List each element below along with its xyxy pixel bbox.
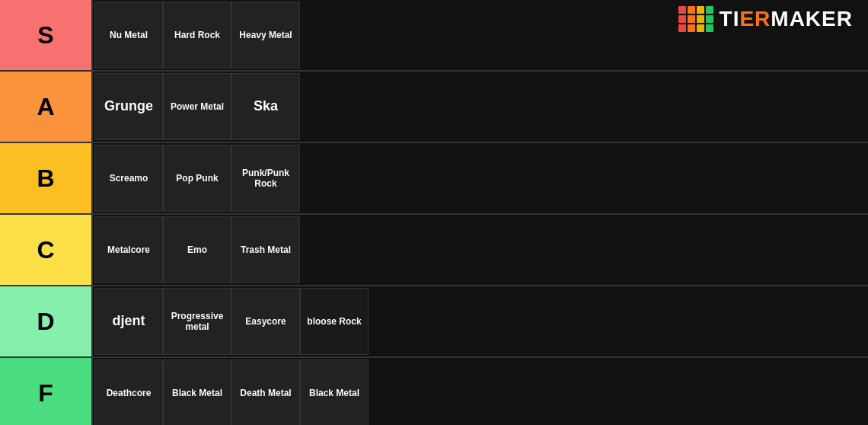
logo-cell bbox=[678, 24, 686, 32]
tiermaker-container: TiERMAKER S Nu Metal Hard Rock Heavy Met… bbox=[0, 0, 868, 425]
tier-items-s: Nu Metal Hard Rock Heavy Metal bbox=[91, 0, 482, 70]
logo-cell bbox=[706, 6, 713, 14]
tier-row-a: A Grunge Power Metal Ska bbox=[0, 72, 868, 143]
tier-items-d: djent Progressive metal Easycore bloose … bbox=[91, 286, 482, 356]
tier-items-c: Metalcore Emo Trash Metal bbox=[91, 215, 482, 285]
right-empty bbox=[482, 215, 868, 285]
logo-text: TiERMAKER bbox=[720, 7, 853, 31]
logo-cell bbox=[688, 15, 695, 23]
tier-item[interactable]: Progressive metal bbox=[163, 288, 231, 355]
right-empty bbox=[482, 143, 868, 213]
logo-cell bbox=[688, 6, 695, 14]
tier-item[interactable]: Black Metal bbox=[163, 359, 231, 425]
logo: TiERMAKER bbox=[678, 6, 853, 32]
tier-item[interactable]: Emo bbox=[163, 216, 231, 283]
tier-items-b: Screamo Pop Punk Punk/Punk Rock bbox=[91, 143, 482, 213]
logo-grid bbox=[678, 6, 713, 32]
tier-item[interactable]: djent bbox=[94, 288, 163, 355]
tier-item[interactable]: Death Metal bbox=[231, 359, 300, 425]
tier-label-s: S bbox=[0, 0, 91, 70]
tier-item[interactable]: Pop Punk bbox=[163, 145, 231, 212]
tier-item[interactable]: Deathcore bbox=[94, 359, 163, 425]
tier-item[interactable]: Black Metal bbox=[300, 359, 369, 425]
logo-cell bbox=[678, 6, 686, 14]
logo-cell bbox=[697, 6, 704, 14]
tier-item[interactable]: Metalcore bbox=[94, 216, 163, 283]
tier-label-a: A bbox=[0, 72, 91, 142]
tier-item[interactable]: Screamo bbox=[94, 145, 163, 212]
tier-row-c: C Metalcore Emo Trash Metal bbox=[0, 215, 868, 286]
right-empty bbox=[482, 358, 868, 425]
tier-item[interactable]: Punk/Punk Rock bbox=[231, 145, 300, 212]
logo-er-text: ER bbox=[739, 7, 771, 30]
tier-items-a: Grunge Power Metal Ska bbox=[91, 72, 482, 142]
tiers-wrapper: S Nu Metal Hard Rock Heavy Metal A Grung… bbox=[0, 0, 868, 425]
logo-maker-text: MAKER bbox=[771, 7, 853, 30]
logo-cell bbox=[678, 15, 686, 23]
tier-item[interactable]: bloose Rock bbox=[300, 288, 369, 355]
logo-cell bbox=[706, 24, 713, 32]
tier-item[interactable]: Ska bbox=[231, 73, 300, 140]
logo-cell bbox=[688, 24, 695, 32]
tier-item[interactable]: Easycore bbox=[231, 288, 300, 355]
tier-item-trash-metal[interactable]: Trash Metal bbox=[231, 216, 300, 283]
logo-cell bbox=[706, 15, 713, 23]
tier-label-c: C bbox=[0, 215, 91, 285]
tier-row-f: F Deathcore Black Metal Death Metal Blac… bbox=[0, 358, 868, 425]
right-empty bbox=[482, 286, 868, 356]
logo-cell bbox=[697, 24, 704, 32]
right-empty bbox=[482, 72, 868, 142]
logo-cell bbox=[697, 15, 704, 23]
tier-item[interactable]: Nu Metal bbox=[94, 2, 163, 69]
logo-tier-text: Ti bbox=[720, 7, 740, 30]
tier-label-d: D bbox=[0, 286, 91, 356]
tier-label-b: B bbox=[0, 143, 91, 213]
tier-item[interactable]: Grunge bbox=[94, 73, 163, 140]
tier-label-f: F bbox=[0, 358, 91, 425]
tier-items-f: Deathcore Black Metal Death Metal Black … bbox=[91, 358, 482, 425]
tier-item[interactable]: Heavy Metal bbox=[231, 2, 300, 69]
tier-row-b: B Screamo Pop Punk Punk/Punk Rock bbox=[0, 143, 868, 215]
tier-row-d: D djent Progressive metal Easycore bloos… bbox=[0, 286, 868, 358]
tier-item[interactable]: Power Metal bbox=[163, 73, 231, 140]
tier-item[interactable]: Hard Rock bbox=[163, 2, 231, 69]
